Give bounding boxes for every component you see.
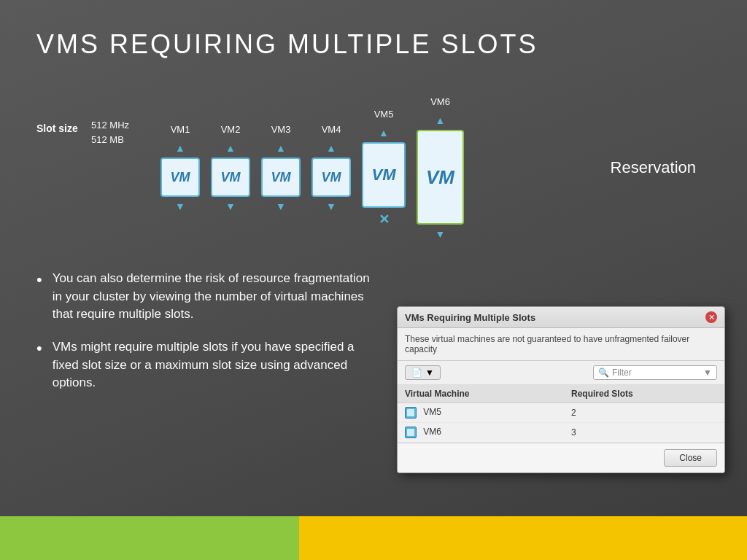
- vm6-label: VM6: [430, 96, 450, 107]
- bullet-dot-1: •: [36, 270, 42, 324]
- slide-title: VMS REQUIRING MULTIPLE SLOTS: [0, 0, 747, 74]
- vm5-label: VM5: [374, 109, 394, 120]
- diagram: Slot size 512 MHz 512 MB VM1 ▲ VM ▼ VM2 …: [36, 82, 711, 242]
- vm5-name: VM5: [423, 407, 441, 417]
- vm6-arrow-top: ▲: [436, 114, 446, 126]
- bullet-dot-2: •: [36, 338, 42, 392]
- vm1-arrow-top: ▲: [175, 142, 185, 154]
- vm2-arrow-bot: ▼: [225, 201, 236, 212]
- vm6-name: VM6: [423, 427, 441, 437]
- vm-wrapper-vm6: VM6 ▲ VM ▼: [417, 96, 464, 240]
- dialog-filter-field[interactable]: 🔍 Filter ▼: [593, 365, 717, 380]
- table-header-row: Virtual Machine Required Slots: [398, 385, 724, 403]
- vm-wrapper-vm4: VM4 ▲ VM ▼: [311, 124, 351, 212]
- vm6-slots-cell: 3: [564, 423, 724, 443]
- vm2-arrow-top: ▲: [225, 142, 236, 154]
- vm5-arrow-top: ▲: [379, 127, 389, 139]
- slide: VMS REQUIRING MULTIPLE SLOTS Slot size 5…: [0, 0, 747, 560]
- vm3-label: VM3: [271, 124, 291, 135]
- page-icon: 📄: [411, 368, 422, 378]
- dialog-subtitle: These virtual machines are not guarantee…: [398, 328, 724, 361]
- bullets-section: • You can also determine the risk of res…: [36, 270, 379, 407]
- col-header-vm: Virtual Machine: [398, 385, 564, 403]
- vm4-label: VM4: [322, 124, 341, 135]
- bullet-item-2: • VMs might require multiple slots if yo…: [36, 338, 379, 392]
- vm6-box: VM: [417, 130, 464, 225]
- slot-size-values: 512 MHz 512 MB: [91, 118, 129, 147]
- vm3-box: VM: [261, 158, 301, 197]
- vm6-icon: [405, 427, 417, 438]
- vm4-arrow-bot: ▼: [326, 201, 336, 212]
- vm3-arrow-top: ▲: [276, 142, 286, 154]
- dialog-titlebar: VMs Requiring Multiple Slots ✕: [398, 307, 724, 328]
- vm5-slots-cell: 2: [564, 403, 724, 423]
- table-row: VM5 2: [398, 403, 724, 423]
- dropdown-arrow-icon: ▼: [425, 368, 434, 378]
- vm-wrapper-vm3: VM3 ▲ VM ▼: [261, 124, 301, 212]
- vm6-cell: VM6: [398, 423, 564, 443]
- vm4-box: VM: [311, 158, 351, 197]
- vm4-arrow-top: ▲: [326, 142, 336, 154]
- bullet-text-1: You can also determine the risk of resou…: [53, 270, 379, 324]
- vm-wrapper-vm2: VM2 ▲ VM ▼: [211, 124, 250, 212]
- search-icon: 🔍: [598, 368, 609, 378]
- vms-dialog: VMs Requiring Multiple Slots ✕ These vir…: [397, 306, 725, 473]
- vm5-cross: ✕: [379, 211, 390, 228]
- slot-size-label: Slot size: [36, 122, 78, 136]
- vm1-box: VM: [160, 158, 200, 197]
- vm5-box: VM: [362, 142, 406, 208]
- vm5-icon: [405, 407, 417, 419]
- filter-placeholder: Filter: [612, 368, 632, 378]
- vm3-arrow-bot: ▼: [276, 201, 286, 212]
- vm5-cell: VM5: [398, 403, 564, 423]
- bullet-text-2: VMs might require multiple slots if you …: [53, 338, 379, 392]
- vm-wrapper-vm1: VM1 ▲ VM ▼: [160, 124, 200, 212]
- dialog-toolbar: 📄 ▼ 🔍 Filter ▼: [398, 361, 724, 385]
- vm6-arrow-bot: ▼: [436, 228, 446, 240]
- vm2-box: VM: [211, 158, 250, 197]
- reservation-label: Reservation: [611, 158, 696, 177]
- dialog-title: VMs Requiring Multiple Slots: [405, 312, 535, 323]
- table-row: VM6 3: [398, 423, 724, 443]
- dialog-table-body: VM5 2 VM6 3: [398, 403, 724, 443]
- dialog-icon-button[interactable]: 📄 ▼: [405, 365, 441, 380]
- vm2-label: VM2: [221, 124, 241, 135]
- dialog-close-button[interactable]: Close: [664, 449, 717, 467]
- vm-wrapper-vm5: VM5 ▲ VM ✕: [362, 109, 406, 228]
- col-header-slots: Required Slots: [564, 385, 724, 403]
- dialog-close-x-button[interactable]: ✕: [705, 311, 717, 323]
- vm1-label: VM1: [171, 124, 190, 135]
- dialog-footer: Close: [398, 443, 724, 472]
- bullet-item-1: • You can also determine the risk of res…: [36, 270, 379, 324]
- dialog-table: Virtual Machine Required Slots VM5 2 VM6: [398, 385, 724, 443]
- vms-row: VM1 ▲ VM ▼ VM2 ▲ VM ▼ VM3 ▲ VM ▼ VM4: [160, 96, 464, 240]
- vm1-arrow-bot: ▼: [175, 201, 185, 212]
- filter-dropdown-icon: ▼: [703, 368, 712, 378]
